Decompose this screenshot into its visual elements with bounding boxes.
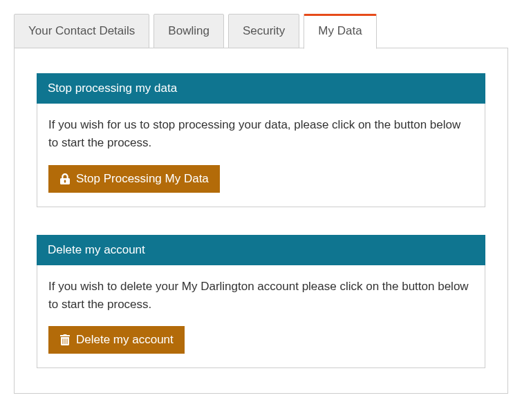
lock-icon: [59, 173, 71, 184]
stop-processing-button[interactable]: Stop Processing My Data: [48, 165, 220, 193]
tab-my-data[interactable]: My Data: [304, 14, 376, 49]
panel-header-stop-processing: Stop processing my data: [37, 73, 485, 104]
delete-account-button-label: Delete my account: [76, 333, 174, 347]
tab-contact-details[interactable]: Your Contact Details: [14, 14, 149, 48]
panel-delete-account: Delete my account If you wish to delete …: [37, 235, 485, 369]
panel-body-stop-processing: If you wish for us to stop processing yo…: [37, 104, 485, 207]
stop-processing-button-label: Stop Processing My Data: [76, 172, 209, 186]
panel-header-delete-account: Delete my account: [37, 235, 485, 265]
tab-bowling[interactable]: Bowling: [153, 14, 224, 48]
tab-content: Stop processing my data If you wish for …: [14, 48, 508, 394]
tab-security[interactable]: Security: [228, 14, 299, 48]
panel-text-delete-account: If you wish to delete your My Darlington…: [48, 278, 474, 314]
trash-icon: [59, 334, 71, 345]
delete-account-button[interactable]: Delete my account: [48, 326, 185, 354]
panel-body-delete-account: If you wish to delete your My Darlington…: [37, 265, 485, 369]
panel-text-stop-processing: If you wish for us to stop processing yo…: [48, 116, 474, 153]
panel-stop-processing: Stop processing my data If you wish for …: [37, 73, 485, 207]
tab-bar: Your Contact Details Bowling Security My…: [14, 14, 508, 48]
